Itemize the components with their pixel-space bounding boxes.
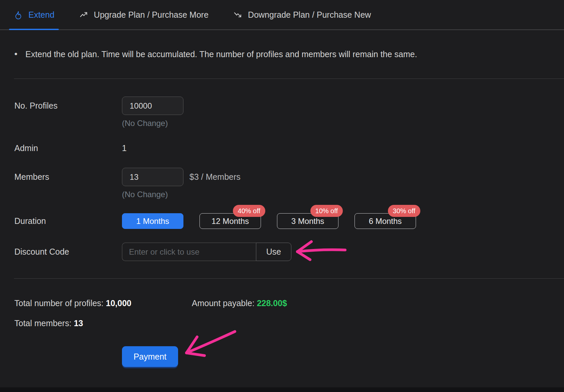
duration-option-6-months[interactable]: 6 Months 30% off [355,213,416,229]
flame-icon [13,10,22,19]
tab-label: Upgrade Plan / Purchase More [94,10,208,20]
duration-option-3-months[interactable]: 3 Months 10% off [277,213,338,229]
tab-label: Downgrade Plan / Purchase New [248,10,371,20]
duration-option-label: 6 Months [369,217,402,226]
discount-input-group: Use [122,243,291,261]
discount-badge: 10% off [310,205,343,217]
members-label: Members [14,168,122,200]
tab-extend[interactable]: Extend [9,0,59,29]
members-no-change-hint: (No Change) [122,189,241,200]
row-members: Members $3 / Members (No Change) [14,168,564,200]
bottom-strip [0,387,564,392]
admin-value: 1 [122,143,127,153]
fall-arrow-icon [233,10,242,19]
profiles-input[interactable] [122,97,183,115]
rise-arrow-icon [79,10,88,19]
duration-option-label: 3 Months [291,217,324,226]
totals-line-2: Total members:13 [14,317,564,329]
profiles-no-change-hint: (No Change) [122,118,183,129]
total-members-label: Total members: [14,318,72,328]
admin-label: Admin [14,143,122,153]
tab-downgrade[interactable]: Downgrade Plan / Purchase New [229,0,375,29]
total-members-value: 13 [74,318,83,328]
tab-bar: Extend Upgrade Plan / Purchase More Down… [0,0,564,30]
members-input[interactable] [122,168,183,186]
divider-bottom [14,278,564,279]
duration-label: Duration [14,213,122,229]
members-rate: $3 / Members [189,168,241,186]
discount-code-input[interactable] [122,243,256,261]
discount-badge: 40% off [233,205,265,217]
discount-badge: 30% off [388,205,420,217]
row-duration: Duration 1 Months 12 Months 40% off 3 Mo… [14,213,564,229]
total-profiles-value: 10,000 [106,298,131,308]
tab-upgrade[interactable]: Upgrade Plan / Purchase More [75,0,213,29]
amount-payable-label: Amount payable: [192,298,255,308]
note-text: Extend the old plan. Time will be accumu… [25,49,417,59]
duration-option-label: 1 Months [136,217,169,226]
row-admin: Admin 1 [14,143,564,153]
duration-option-1-months[interactable]: 1 Months [122,213,183,229]
row-profiles: No. Profiles (No Change) [14,97,564,129]
duration-options: 1 Months 12 Months 40% off 3 Months 10% … [122,213,416,229]
use-discount-button[interactable]: Use [256,243,291,261]
duration-option-label: 12 Months [212,217,249,226]
total-profiles: Total number of profiles:10,000 [14,297,192,309]
discount-code-label: Discount Code [14,243,122,261]
amount-payable-value: 228.00$ [257,298,287,308]
payment-button[interactable]: Payment [122,346,178,367]
extend-note: • Extend the old plan. Time will be accu… [14,49,564,59]
row-discount-code: Discount Code Use [14,243,564,261]
totals-line-1: Total number of profiles:10,000 Amount p… [14,297,564,309]
amount-payable: Amount payable:228.00$ [192,297,287,309]
profiles-label: No. Profiles [14,97,122,129]
tab-label: Extend [28,10,54,20]
duration-option-12-months[interactable]: 12 Months 40% off [199,213,261,229]
bullet-point: • [14,49,17,59]
total-profiles-label: Total number of profiles: [14,298,104,308]
divider-top [14,79,564,79]
